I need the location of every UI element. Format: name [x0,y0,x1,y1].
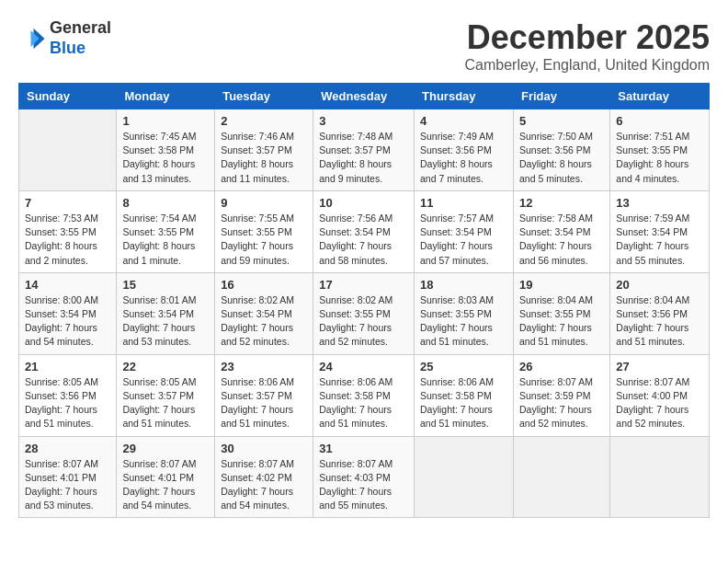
day-cell: 13Sunrise: 7:59 AM Sunset: 3:54 PM Dayli… [610,190,710,272]
weekday-header-saturday: Saturday [610,84,710,109]
day-cell: 1Sunrise: 7:45 AM Sunset: 3:58 PM Daylig… [117,109,215,191]
weekday-header-monday: Monday [117,84,215,109]
day-info: Sunrise: 8:05 AM Sunset: 3:56 PM Dayligh… [25,375,110,431]
week-row-2: 7Sunrise: 7:53 AM Sunset: 3:55 PM Daylig… [19,190,710,272]
day-number: 31 [319,442,408,455]
day-info: Sunrise: 8:03 AM Sunset: 3:55 PM Dayligh… [420,293,507,350]
day-number: 27 [616,360,703,373]
day-number: 5 [519,114,604,128]
weekday-header-sunday: Sunday [19,84,117,109]
day-cell: 15Sunrise: 8:01 AM Sunset: 3:54 PM Dayli… [117,272,215,354]
day-number: 11 [420,196,507,210]
day-cell: 7Sunrise: 7:53 AM Sunset: 3:55 PM Daylig… [19,190,117,272]
day-number: 16 [221,278,307,292]
day-number: 8 [122,196,209,210]
day-number: 20 [616,278,703,292]
day-info: Sunrise: 7:46 AM Sunset: 3:57 PM Dayligh… [221,130,307,186]
day-number: 3 [319,114,408,128]
day-info: Sunrise: 7:45 AM Sunset: 3:58 PM Dayligh… [122,130,209,186]
logo-text: General Blue [50,18,111,58]
day-cell [19,109,117,191]
day-info: Sunrise: 7:53 AM Sunset: 3:55 PM Dayligh… [25,212,110,268]
day-info: Sunrise: 7:57 AM Sunset: 3:54 PM Dayligh… [420,212,507,268]
day-cell: 8Sunrise: 7:54 AM Sunset: 3:55 PM Daylig… [117,190,215,272]
day-cell: 12Sunrise: 7:58 AM Sunset: 3:54 PM Dayli… [513,190,609,272]
day-info: Sunrise: 7:58 AM Sunset: 3:54 PM Dayligh… [519,212,604,268]
weekday-header-wednesday: Wednesday [313,84,415,109]
day-cell: 3Sunrise: 7:48 AM Sunset: 3:57 PM Daylig… [313,109,415,191]
day-cell: 22Sunrise: 8:05 AM Sunset: 3:57 PM Dayli… [117,354,215,436]
day-number: 22 [122,360,209,373]
title-block: December 2025 Camberley, England, United… [464,18,710,74]
day-number: 6 [616,114,703,128]
location: Camberley, England, United Kingdom [464,57,710,74]
day-info: Sunrise: 8:07 AM Sunset: 4:01 PM Dayligh… [122,457,209,513]
day-cell: 20Sunrise: 8:04 AM Sunset: 3:56 PM Dayli… [610,272,710,354]
day-cell: 9Sunrise: 7:55 AM Sunset: 3:55 PM Daylig… [215,190,313,272]
week-row-5: 28Sunrise: 8:07 AM Sunset: 4:01 PM Dayli… [19,436,710,518]
day-info: Sunrise: 7:50 AM Sunset: 3:56 PM Dayligh… [519,130,604,186]
page-header: General Blue December 2025 Camberley, En… [18,18,710,74]
day-number: 2 [221,114,307,128]
month-title: December 2025 [464,18,710,57]
day-info: Sunrise: 8:06 AM Sunset: 3:57 PM Dayligh… [221,375,307,431]
day-number: 26 [519,360,604,373]
day-number: 19 [519,278,604,292]
day-info: Sunrise: 8:04 AM Sunset: 3:56 PM Dayligh… [616,293,703,350]
day-cell: 5Sunrise: 7:50 AM Sunset: 3:56 PM Daylig… [513,109,609,191]
day-cell: 25Sunrise: 8:06 AM Sunset: 3:58 PM Dayli… [415,354,514,436]
day-cell: 4Sunrise: 7:49 AM Sunset: 3:56 PM Daylig… [415,109,514,191]
day-info: Sunrise: 7:59 AM Sunset: 3:54 PM Dayligh… [616,212,703,268]
day-info: Sunrise: 7:55 AM Sunset: 3:55 PM Dayligh… [221,212,307,268]
day-cell: 10Sunrise: 7:56 AM Sunset: 3:54 PM Dayli… [313,190,415,272]
day-cell: 23Sunrise: 8:06 AM Sunset: 3:57 PM Dayli… [215,354,313,436]
day-number: 17 [319,278,408,292]
day-cell [513,436,609,518]
day-cell: 17Sunrise: 8:02 AM Sunset: 3:55 PM Dayli… [313,272,415,354]
day-number: 25 [420,360,507,373]
day-cell: 30Sunrise: 8:07 AM Sunset: 4:02 PM Dayli… [215,436,313,518]
day-number: 30 [221,442,307,455]
weekday-header-tuesday: Tuesday [215,84,313,109]
day-info: Sunrise: 8:07 AM Sunset: 4:03 PM Dayligh… [319,457,408,513]
day-cell: 6Sunrise: 7:51 AM Sunset: 3:55 PM Daylig… [610,109,710,191]
weekday-header-friday: Friday [513,84,609,109]
day-cell: 14Sunrise: 8:00 AM Sunset: 3:54 PM Dayli… [19,272,117,354]
day-info: Sunrise: 8:06 AM Sunset: 3:58 PM Dayligh… [319,375,408,431]
day-info: Sunrise: 8:02 AM Sunset: 3:55 PM Dayligh… [319,293,408,350]
day-number: 9 [221,196,307,210]
day-info: Sunrise: 7:48 AM Sunset: 3:57 PM Dayligh… [319,130,408,186]
day-info: Sunrise: 7:49 AM Sunset: 3:56 PM Dayligh… [420,130,507,186]
day-cell: 2Sunrise: 7:46 AM Sunset: 3:57 PM Daylig… [215,109,313,191]
day-info: Sunrise: 8:04 AM Sunset: 3:55 PM Dayligh… [519,293,604,350]
day-info: Sunrise: 8:01 AM Sunset: 3:54 PM Dayligh… [122,293,209,350]
day-info: Sunrise: 8:07 AM Sunset: 4:00 PM Dayligh… [616,375,703,431]
day-info: Sunrise: 7:56 AM Sunset: 3:54 PM Dayligh… [319,212,408,268]
day-number: 18 [420,278,507,292]
day-cell: 26Sunrise: 8:07 AM Sunset: 3:59 PM Dayli… [513,354,609,436]
day-info: Sunrise: 8:07 AM Sunset: 4:02 PM Dayligh… [221,457,307,513]
day-number: 28 [25,442,110,455]
day-cell [610,436,710,518]
day-cell: 28Sunrise: 8:07 AM Sunset: 4:01 PM Dayli… [19,436,117,518]
day-number: 7 [25,196,110,210]
day-number: 29 [122,442,209,455]
day-number: 4 [420,114,507,128]
day-info: Sunrise: 8:02 AM Sunset: 3:54 PM Dayligh… [221,293,307,350]
day-cell: 29Sunrise: 8:07 AM Sunset: 4:01 PM Dayli… [117,436,215,518]
day-info: Sunrise: 7:51 AM Sunset: 3:55 PM Dayligh… [616,130,703,186]
day-number: 14 [25,278,110,292]
day-info: Sunrise: 8:07 AM Sunset: 4:01 PM Dayligh… [25,457,110,513]
day-info: Sunrise: 8:06 AM Sunset: 3:58 PM Dayligh… [420,375,507,431]
day-info: Sunrise: 7:54 AM Sunset: 3:55 PM Dayligh… [122,212,209,268]
day-number: 23 [221,360,307,373]
day-info: Sunrise: 8:00 AM Sunset: 3:54 PM Dayligh… [25,293,110,350]
day-number: 1 [122,114,209,128]
day-info: Sunrise: 8:07 AM Sunset: 3:59 PM Dayligh… [519,375,604,431]
day-cell [415,436,514,518]
weekday-header-row: SundayMondayTuesdayWednesdayThursdayFrid… [19,84,710,109]
day-number: 10 [319,196,408,210]
day-cell: 11Sunrise: 7:57 AM Sunset: 3:54 PM Dayli… [415,190,514,272]
day-cell: 31Sunrise: 8:07 AM Sunset: 4:03 PM Dayli… [313,436,415,518]
week-row-1: 1Sunrise: 7:45 AM Sunset: 3:58 PM Daylig… [19,109,710,191]
